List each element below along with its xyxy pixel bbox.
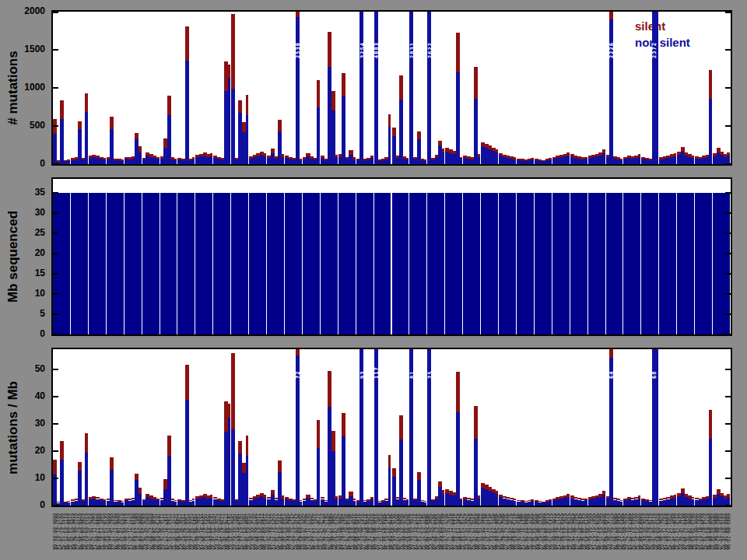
bar-nonsilent <box>121 161 124 164</box>
bar-mb <box>85 193 88 334</box>
bar-mb <box>317 193 320 334</box>
y-tick <box>725 505 731 506</box>
bar-nonsilent <box>103 159 106 164</box>
bar-nonsilent <box>692 499 695 506</box>
bar-silent <box>110 117 114 129</box>
offscale-bar-value-label: 68 <box>651 371 658 379</box>
offscale-bar-value-label: 3254 <box>359 42 366 58</box>
y-tick <box>53 423 58 425</box>
bar-nonsilent <box>566 497 570 506</box>
bar-nonsilent <box>299 502 302 506</box>
bar-nonsilent <box>424 502 427 506</box>
bar-silent <box>296 349 300 355</box>
bar-silent <box>566 152 570 156</box>
bar-nonsilent <box>478 157 481 164</box>
bar-silent <box>442 490 445 494</box>
bar-silent <box>228 404 231 418</box>
y-tick <box>53 293 58 295</box>
bar-silent <box>167 436 171 456</box>
bar-silent <box>67 501 70 502</box>
bar-silent <box>60 100 64 119</box>
bar-silent <box>60 441 64 460</box>
bar-mb <box>442 193 445 334</box>
bar-silent <box>167 96 171 115</box>
bar-silent <box>331 431 335 451</box>
bar-mb <box>692 193 695 334</box>
bar-silent <box>709 410 712 439</box>
y-tick <box>725 313 731 315</box>
offscale-bar-value-label: 4083 <box>374 42 380 58</box>
bar-mb <box>67 193 70 334</box>
bar-nonsilent <box>139 152 142 164</box>
bar-nonsilent <box>602 495 605 506</box>
legend-silent-label: silent <box>635 18 690 34</box>
bar-silent <box>121 501 124 502</box>
y-tick-label: 35 <box>0 187 45 198</box>
bar-silent <box>620 500 623 502</box>
bar-silent <box>549 158 552 159</box>
bar-silent <box>456 372 460 412</box>
bar-silent <box>438 481 442 487</box>
bar-nonsilent <box>174 160 177 164</box>
bar-nonsilent <box>85 112 88 164</box>
bar-silent <box>417 131 421 139</box>
y-tick <box>725 273 731 275</box>
bar-mb <box>602 193 605 334</box>
bar-mb <box>584 193 587 334</box>
y-tick-label: 0 <box>0 158 45 169</box>
y-tick <box>725 253 731 254</box>
bar-silent <box>238 100 242 113</box>
y-tick <box>725 369 731 370</box>
y-tick-label: 10 <box>0 288 45 299</box>
bar-nonsilent <box>231 429 235 506</box>
bar-silent <box>335 496 338 499</box>
bar-silent <box>709 70 712 98</box>
y-tick <box>53 87 58 89</box>
offscale-bar-value-label: 75 <box>427 371 433 379</box>
bar-silent <box>474 406 478 439</box>
bar-silent <box>349 150 352 155</box>
y-tick <box>53 163 58 165</box>
bar-silent <box>388 114 391 127</box>
bar-silent <box>438 141 442 146</box>
bar-nonsilent <box>602 153 605 164</box>
bar-mb <box>478 193 481 334</box>
bar-nonsilent <box>609 19 613 164</box>
y-tick-label: 15 <box>0 268 45 278</box>
y-tick <box>725 478 731 479</box>
y-tick <box>53 49 58 51</box>
bar-nonsilent <box>60 119 64 164</box>
bar-silent <box>495 149 498 152</box>
bar-silent <box>399 415 403 439</box>
bar-silent <box>321 497 324 499</box>
bar-mb <box>460 193 463 334</box>
bar-silent <box>442 149 445 152</box>
y-tick <box>725 192 731 194</box>
bar-silent <box>370 497 374 499</box>
bar-nonsilent <box>424 161 427 164</box>
y-tick <box>53 212 58 214</box>
bar-nonsilent <box>609 358 613 506</box>
offscale-bar-value-label: 64 <box>608 371 615 379</box>
bar-silent <box>392 468 396 477</box>
bar-silent <box>335 155 338 157</box>
bar-silent <box>352 157 356 159</box>
bar-silent <box>460 157 463 159</box>
bar-nonsilent <box>370 499 374 506</box>
bar-silent <box>609 12 613 19</box>
bar-silent <box>370 156 374 158</box>
bar-nonsilent <box>531 501 534 506</box>
bar-silent <box>192 157 195 159</box>
bar-silent <box>406 499 409 501</box>
bar-silent <box>531 499 534 501</box>
bar-nonsilent <box>156 500 160 506</box>
y-tick <box>53 253 58 254</box>
bar-mb <box>246 193 249 334</box>
bar-silent <box>478 495 481 498</box>
bar-mb <box>335 193 338 334</box>
bar-nonsilent <box>121 502 124 506</box>
bar-nonsilent <box>296 17 300 164</box>
y-tick <box>53 273 58 275</box>
bar-silent <box>85 93 88 113</box>
bar-nonsilent <box>263 156 266 164</box>
